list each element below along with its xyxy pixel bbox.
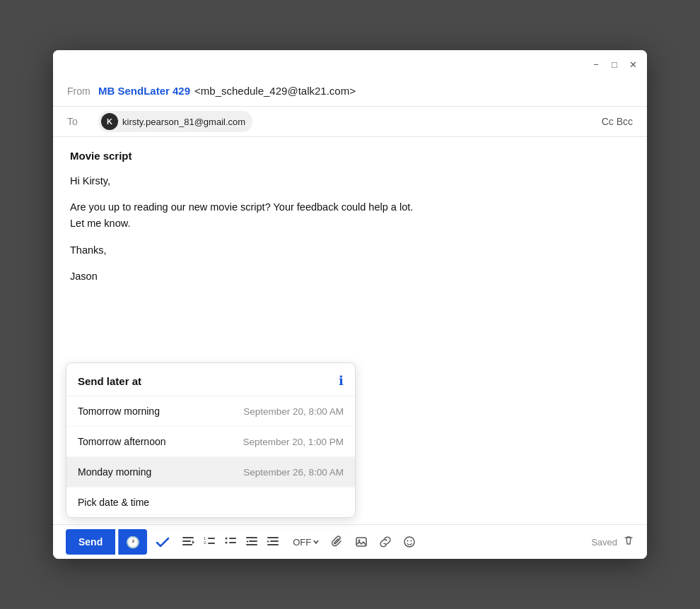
saved-label: Saved — [591, 537, 617, 548]
bullet-list-icon — [224, 535, 237, 548]
option-date: September 20, 8:00 AM — [243, 406, 344, 417]
from-row: From MB SendLater 429 <mb_schedule_429@t… — [53, 76, 647, 107]
body-paragraph1: Are you up to reading our new movie scri… — [70, 199, 630, 232]
svg-text:2.: 2. — [204, 540, 207, 545]
emoji-icon — [403, 536, 416, 548]
checkmark-button[interactable] — [154, 533, 171, 550]
send-later-option-monday-morning[interactable]: Monday morning September 26, 8:00 AM — [66, 457, 355, 487]
send-button[interactable]: Send — [66, 529, 115, 555]
closing: Thanks, — [70, 242, 630, 259]
svg-point-9 — [226, 541, 228, 543]
option-label: Tomorrow morning — [78, 406, 160, 417]
svg-point-22 — [404, 537, 414, 547]
send-later-header: Send later at ℹ — [66, 363, 355, 396]
recipient-chip[interactable]: K kirsty.pearson_81@gmail.com — [98, 111, 252, 132]
svg-rect-7 — [208, 543, 215, 544]
ordered-list-icon: 1. 2. — [203, 535, 216, 548]
indent-increase-icon — [267, 535, 279, 548]
option-label: Pick date & time — [78, 497, 149, 508]
send-later-title: Send later at — [78, 375, 141, 387]
send-later-panel: Send later at ℹ Tomorrow morning Septemb… — [66, 362, 356, 518]
title-bar: − □ ✕ — [53, 50, 647, 76]
option-date: September 20, 1:00 PM — [243, 437, 344, 447]
info-icon[interactable]: ℹ — [339, 373, 344, 389]
from-label: From — [67, 85, 98, 97]
subject-line: Movie script — [70, 150, 630, 162]
link-button[interactable] — [375, 533, 396, 551]
svg-marker-3 — [192, 540, 194, 544]
from-name: MB SendLater 429 — [98, 85, 190, 97]
close-button[interactable]: ✕ — [627, 59, 638, 70]
title-bar-controls: − □ ✕ — [590, 59, 638, 70]
svg-rect-17 — [270, 540, 279, 542]
svg-marker-19 — [267, 540, 269, 543]
option-label: Tomorrow afternoon — [78, 436, 166, 447]
email-body[interactable]: Hi Kirsty, Are you up to reading our new… — [70, 173, 630, 295]
svg-rect-6 — [208, 538, 215, 539]
option-date: September 26, 8:00 AM — [243, 467, 344, 478]
delete-button[interactable] — [623, 535, 634, 549]
svg-rect-14 — [246, 544, 257, 545]
ordered-list-button[interactable]: 1. 2. — [199, 532, 219, 552]
svg-rect-1 — [182, 540, 191, 542]
chevron-down-icon — [313, 538, 320, 545]
image-icon — [355, 536, 368, 548]
send-later-option-tomorrow-morning[interactable]: Tomorrow morning September 20, 8:00 AM — [66, 396, 355, 427]
bullet-list-button[interactable] — [221, 532, 240, 552]
greeting: Hi Kirsty, — [70, 173, 630, 189]
image-button[interactable] — [351, 533, 372, 551]
send-later-option-tomorrow-afternoon[interactable]: Tomorrow afternoon September 20, 1:00 PM — [66, 427, 355, 457]
check-icon — [154, 533, 171, 550]
svg-rect-11 — [229, 542, 236, 543]
attach-icon — [331, 536, 344, 548]
recipient-email: kirsty.pearson_81@gmail.com — [122, 117, 245, 127]
send-clock-button[interactable]: 🕐 — [118, 529, 147, 555]
align-button[interactable] — [178, 532, 198, 552]
svg-rect-10 — [229, 538, 236, 539]
send-later-option-pick-date[interactable]: Pick date & time — [66, 487, 355, 517]
svg-marker-15 — [246, 540, 248, 543]
cc-bcc-button[interactable]: Cc Bcc — [602, 116, 633, 127]
indent-decrease-icon — [245, 535, 258, 548]
svg-rect-0 — [182, 537, 194, 538]
compose-window: − □ ✕ From MB SendLater 429 <mb_schedule… — [53, 50, 647, 559]
indent-increase-button[interactable] — [263, 532, 283, 552]
formatting-buttons: 1. 2. — [178, 532, 283, 552]
svg-point-24 — [411, 540, 412, 542]
indent-decrease-button[interactable] — [242, 532, 262, 552]
svg-point-23 — [407, 540, 409, 542]
avatar: K — [101, 113, 118, 130]
svg-rect-12 — [246, 537, 257, 538]
minimize-button[interactable]: − — [590, 59, 602, 70]
attach-button[interactable] — [327, 533, 348, 551]
trash-icon — [623, 535, 634, 546]
toolbar-right: Saved — [591, 535, 634, 549]
maximize-button[interactable]: □ — [609, 59, 620, 70]
toolbar-row: Send 🕐 1. 2. — [53, 524, 647, 559]
svg-rect-16 — [267, 537, 279, 538]
to-label: To — [67, 116, 98, 127]
option-label: Monday morning — [78, 466, 151, 478]
svg-rect-20 — [356, 538, 366, 546]
clock-icon: 🕐 — [126, 536, 140, 549]
align-icon — [182, 535, 194, 548]
svg-point-8 — [226, 537, 228, 539]
svg-rect-2 — [182, 544, 192, 545]
svg-rect-13 — [249, 540, 257, 542]
link-icon — [379, 536, 392, 548]
emoji-button[interactable] — [399, 533, 420, 551]
off-toggle-button[interactable]: OFF — [288, 534, 324, 550]
signature: Jason — [70, 268, 630, 285]
svg-rect-18 — [267, 544, 279, 545]
from-email: <mb_schedule_429@talk21.com> — [194, 85, 356, 97]
off-label: OFF — [293, 537, 311, 548]
to-row: To K kirsty.pearson_81@gmail.com Cc Bcc — [53, 107, 647, 137]
